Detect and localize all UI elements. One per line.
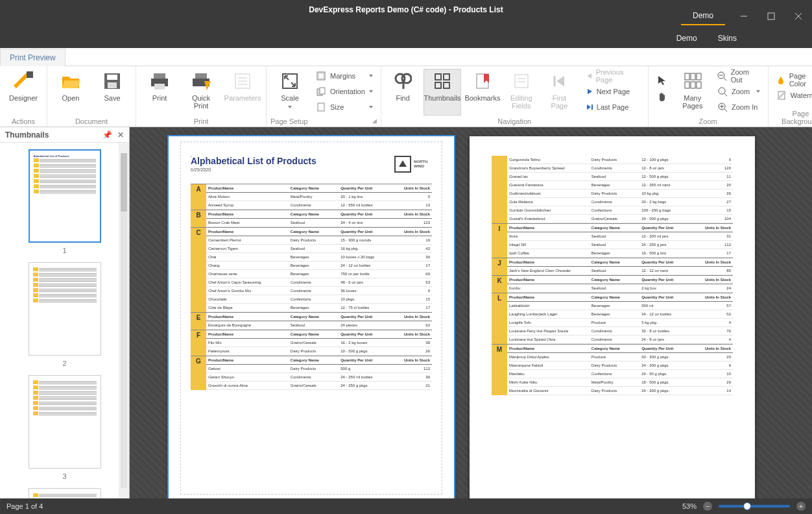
pointer-icon [657, 75, 667, 85]
designer-icon [13, 71, 34, 92]
thumbnail-3[interactable] [29, 375, 101, 469]
thumbnail-2[interactable] [29, 262, 101, 356]
table-row: Guaraná FantásticaBeverages12 - 355 ml c… [507, 181, 733, 190]
svg-rect-48 [697, 82, 701, 88]
preview-page-1[interactable]: NORTH WIND Alphabetical List of Products… [169, 136, 454, 498]
close-button[interactable] [785, 7, 812, 25]
first-page-icon [549, 71, 569, 92]
thumbnail-1[interactable]: Alphabetical List of Products [29, 149, 101, 243]
table-row: Grandma's Boysenberry SpreadCondiments12… [507, 164, 733, 173]
open-icon [60, 71, 81, 92]
titlebar: DevExpress Reports Demo (C# code) - Prod… [0, 0, 812, 32]
thumbnails-button[interactable]: Thumbnails [424, 69, 462, 116]
table-row: Louisiana Fiery Hot Pepper SauceCondimen… [507, 327, 733, 336]
zoom-out-button[interactable]: Zoom Out [713, 69, 764, 83]
table-row: Gorgonzola TelinoDairy Products12 - 100 … [507, 156, 733, 164]
maximize-button[interactable] [758, 7, 785, 25]
pointer-tool-button[interactable] [655, 73, 669, 87]
svg-rect-23 [320, 88, 325, 94]
svg-rect-9 [154, 73, 165, 79]
group-pagebg: Page Color Watermark Page Background [769, 66, 812, 127]
scale-button[interactable]: Scale [270, 69, 309, 116]
subtab-skins[interactable]: Skins [714, 32, 741, 48]
print-preview-tab[interactable]: Print Preview [0, 49, 66, 66]
zoom-icon [717, 86, 728, 97]
thumbs-scrollbar[interactable] [119, 143, 129, 498]
section-letter: J [492, 258, 507, 275]
svg-rect-5 [27, 71, 33, 78]
logo: NORTH WIND [394, 154, 429, 174]
table-row: Laughing Lumberjack LagerBeverages24 - 1… [507, 310, 733, 319]
thumbnail-number: 2 [6, 360, 123, 367]
svg-marker-38 [587, 73, 591, 79]
many-pages-button[interactable]: Many Pages [675, 69, 711, 116]
table-row: Louisiana Hot Spiced OkraCondiments24 - … [507, 336, 733, 344]
ribbon: Print Preview Designer Actions Open Save… [0, 48, 812, 127]
last-icon [586, 104, 593, 110]
minimize-button[interactable] [730, 7, 758, 25]
svg-marker-42 [658, 76, 665, 85]
zoom-slider[interactable] [719, 505, 790, 508]
print-button[interactable]: Print [140, 69, 179, 116]
group-pagesetup: Scale Margins Orientation Size Page Setu… [267, 66, 381, 127]
first-page-button[interactable]: First Page [542, 69, 577, 116]
svg-rect-46 [685, 82, 689, 88]
bookmarks-button[interactable]: Bookmarks [464, 69, 501, 116]
svg-rect-24 [318, 103, 324, 111]
orientation-icon [316, 86, 326, 97]
svg-marker-40 [587, 104, 591, 110]
save-button[interactable]: Save [93, 69, 132, 116]
group-print: Print Quick Print Parameters Print [136, 66, 267, 127]
next-icon [586, 88, 593, 95]
close-thumbs-icon[interactable]: ✕ [117, 130, 124, 140]
table-row: Mishi Kobe NikuMeat/Poultry18 - 500 g pk… [507, 378, 733, 387]
zoom-button[interactable]: Zoom [713, 84, 764, 99]
zoom-in-button[interactable]: Zoom In [713, 100, 764, 114]
size-button[interactable]: Size [312, 100, 377, 114]
zoom-in-icon [717, 102, 728, 112]
parameters-button[interactable]: Parameters [223, 69, 262, 116]
table-row: MaxilakuConfections24 - 50 g pkgs.10 [507, 370, 733, 378]
group-document: Open Save Document [47, 66, 136, 127]
thumbnail-4[interactable] [29, 488, 101, 498]
prev-page-button[interactable]: Previous Page [584, 69, 640, 83]
zoom-plus-button[interactable]: + [796, 502, 806, 511]
watermark-button[interactable]: Watermark [772, 88, 812, 103]
table-header-row: ProductNameCategory NameQuantity Per Uni… [507, 293, 733, 302]
orientation-button[interactable]: Orientation [312, 84, 377, 99]
svg-rect-7 [107, 75, 117, 80]
zoom-minus-button[interactable]: − [703, 502, 712, 511]
pan-tool-button[interactable] [655, 90, 669, 104]
thumbnails-panel: Thumbnails 📌 ✕ Alphabetical List of Prod… [0, 127, 130, 498]
page-color-button[interactable]: Page Color [772, 73, 812, 87]
section-letter: M [492, 345, 507, 395]
pagesetup-dialog-icon[interactable]: ◢ [372, 117, 377, 125]
svg-rect-11 [154, 84, 165, 90]
editing-fields-button[interactable]: Editing Fields [503, 69, 539, 116]
svg-rect-12 [195, 73, 207, 79]
next-page-button[interactable]: Next Page [584, 84, 640, 99]
subtab-demo[interactable]: Demo [673, 32, 701, 48]
table-header-row: ProductNameCategory NameQuantity Per Uni… [507, 258, 733, 267]
open-button[interactable]: Open [51, 69, 90, 116]
demo-tab[interactable]: Demo [681, 7, 725, 25]
svg-rect-44 [691, 73, 695, 80]
svg-marker-37 [556, 76, 564, 86]
preview-page-2[interactable]: Gorgonzola TelinoDairy Products12 - 100 … [470, 136, 755, 498]
table-row: Longlife TofuProduce5 kg pkg.4 [507, 319, 733, 327]
table-row: GudbrandsdalsostDairy Products10 kg pkg.… [507, 190, 733, 198]
thumbnail-number: 1 [6, 247, 123, 254]
last-page-button[interactable]: Last Page [584, 100, 640, 114]
editing-icon [511, 71, 532, 92]
pin-icon[interactable]: 📌 [102, 130, 112, 140]
find-button[interactable]: Find [385, 69, 421, 116]
table-row: Mozzarella di GiovanniDairy Products24 -… [507, 387, 733, 395]
quick-print-button[interactable]: Quick Print [182, 69, 221, 116]
thumbnails-list[interactable]: Alphabetical List of Products1234 [0, 143, 129, 498]
preview-viewer[interactable]: NORTH WIND Alphabetical List of Products… [130, 127, 812, 498]
margins-button[interactable]: Margins [312, 69, 377, 83]
table-row: Gula MalaccaCondiments20 - 2 kg bags27 [507, 198, 733, 206]
designer-button[interactable]: Designer [4, 69, 43, 116]
print-icon [149, 71, 170, 92]
svg-rect-47 [691, 82, 695, 88]
